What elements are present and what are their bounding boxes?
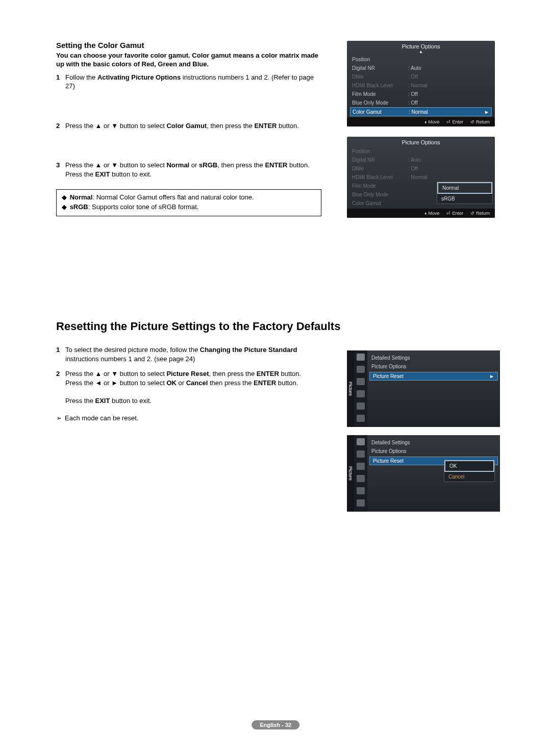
osd-picture-options-1: Picture Options ▲ Position Digital NRAut… xyxy=(347,41,495,127)
bullet-icon: ◆ xyxy=(62,193,68,202)
side-icons xyxy=(354,350,367,427)
step-number: 1 xyxy=(56,345,65,363)
menu-icon xyxy=(357,475,365,482)
osd-row-label: HDMI Black Level xyxy=(352,174,408,180)
osd-popup: OK Cancel xyxy=(444,460,495,482)
menu-icon xyxy=(357,499,365,507)
osd-row-label: DNIe xyxy=(352,74,408,80)
bullet-icon: ◆ xyxy=(62,203,68,212)
step-body: Press the ▲ or ▼ button to select Color … xyxy=(65,121,321,131)
note-line: Each mode can be reset. xyxy=(56,414,321,422)
main-heading: Resetting the Picture Settings to the Fa… xyxy=(56,320,495,333)
menu-icon xyxy=(357,415,365,422)
osd-title: Picture Options xyxy=(347,41,495,50)
menu-item: Picture Options xyxy=(371,447,496,456)
side-tab: Picture xyxy=(347,350,354,427)
section-heading: Setting the Color Gamut xyxy=(56,41,321,49)
osd-row-value: Off xyxy=(408,91,490,97)
osd-row-value: Auto xyxy=(408,157,490,163)
popup-option: Cancel xyxy=(444,472,494,482)
osd-row-label: Position xyxy=(352,148,408,154)
move-hint: Move xyxy=(424,119,439,124)
osd-row-label: DNIe xyxy=(352,166,408,171)
menu-icon xyxy=(357,378,365,385)
osd-row-label: Digital NR xyxy=(352,65,408,71)
page-footer: English - 32 xyxy=(252,720,299,729)
chevron-right-icon: ► xyxy=(489,373,494,379)
osd-footer: Move Enter Return xyxy=(347,117,495,127)
osd-row-label: Film Mode xyxy=(352,91,408,97)
menu-item: Detailed Settings xyxy=(371,354,496,362)
popup-option: sRGB xyxy=(437,194,492,204)
osd-row-label: Position xyxy=(352,57,408,62)
menu-icon xyxy=(357,366,365,373)
chevron-right-icon: ► xyxy=(484,109,489,115)
menu-icon xyxy=(357,450,365,458)
side-icons xyxy=(354,435,367,512)
osd-row-label: Digital NR xyxy=(352,157,408,163)
osd-footer: Move Enter Return xyxy=(347,209,495,218)
tv-icon xyxy=(357,438,365,445)
step-body: Press the ▲ or ▼ button to select Normal… xyxy=(65,161,321,179)
osd-picture-menu-2: Picture Detailed Settings Picture Option… xyxy=(347,435,500,512)
tv-icon xyxy=(357,354,365,361)
step-number: 2 xyxy=(56,369,65,405)
osd-row-label: Blue Only Mode xyxy=(352,192,408,197)
osd-row-value: Normal xyxy=(408,174,490,180)
osd-row-value: Auto xyxy=(408,65,490,71)
menu-icon xyxy=(357,390,365,397)
osd-row-value: Off xyxy=(408,74,490,80)
osd-row-label: Color Gamut xyxy=(352,200,408,206)
menu-item: Picture Options xyxy=(371,362,496,371)
osd-row-value: Off xyxy=(408,166,490,171)
osd-popup: Normal sRGB xyxy=(437,182,493,204)
return-hint: Return xyxy=(470,211,490,216)
step-body: Press the ▲ or ▼ button to select Pictur… xyxy=(65,369,321,405)
side-tab: Picture xyxy=(347,435,354,512)
move-hint: Move xyxy=(424,211,439,216)
osd-row-label: Blue Only Mode xyxy=(352,100,408,106)
osd-picture-menu-1: Picture Detailed Settings Picture Option… xyxy=(347,350,500,427)
step-number: 2 xyxy=(56,121,65,131)
steps-list: 1 Follow the Activating Picture Options … xyxy=(56,73,321,179)
menu-icon xyxy=(357,402,365,410)
section-intro: You can choose your favorite color gamut… xyxy=(56,52,321,69)
enter-hint: Enter xyxy=(446,119,463,124)
enter-hint: Enter xyxy=(446,211,463,216)
popup-option-selected: Normal xyxy=(437,182,492,194)
menu-item-selected: Picture Reset► xyxy=(369,372,498,381)
osd-picture-options-2: Picture Options Position Digital NRAuto … xyxy=(347,137,495,218)
scroll-up-icon: ▲ xyxy=(347,50,495,54)
return-hint: Return xyxy=(470,119,490,124)
popup-option-selected: OK xyxy=(444,460,494,472)
step-number: 3 xyxy=(56,161,65,179)
osd-title: Picture Options xyxy=(347,137,495,146)
menu-item: Detailed Settings xyxy=(371,438,496,447)
step-body: To select the desired picture mode, foll… xyxy=(65,345,321,363)
menu-icon xyxy=(357,463,365,470)
osd-row-value: Off xyxy=(408,100,490,106)
note-box: ◆ Normal: Normal Color Gamut offers flat… xyxy=(56,189,321,216)
osd-row-label: Film Mode xyxy=(352,183,408,189)
osd-row-value: Normal xyxy=(408,83,490,88)
menu-icon xyxy=(357,487,365,494)
osd-row-label: HDMI Black Level xyxy=(352,83,408,88)
osd-row-selected: Color GamutNormal► xyxy=(350,107,492,116)
step-number: 1 xyxy=(56,73,65,91)
step-body: Follow the Activating Picture Options in… xyxy=(65,73,321,91)
reset-steps-list: 1 To select the desired picture mode, fo… xyxy=(56,345,321,411)
